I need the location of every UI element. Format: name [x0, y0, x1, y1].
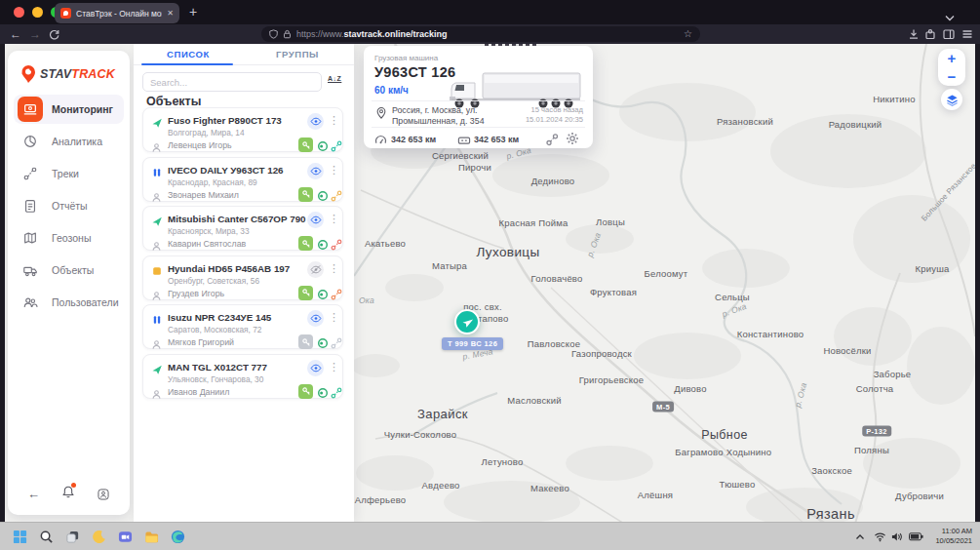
visibility-toggle[interactable]	[307, 163, 324, 179]
visibility-toggle[interactable]	[307, 360, 324, 376]
tab-groups[interactable]: ГРУППЫ	[243, 44, 352, 65]
connection-icon[interactable]	[331, 138, 342, 156]
visibility-toggle[interactable]	[307, 261, 324, 278]
ignition-key-icon[interactable]	[298, 334, 313, 349]
shield-icon[interactable]	[269, 29, 278, 39]
visibility-toggle[interactable]	[307, 310, 324, 327]
card-menu-icon[interactable]: ⋮	[329, 163, 339, 177]
ignition-key-icon[interactable]	[298, 384, 313, 399]
share-route-icon[interactable]	[545, 133, 559, 150]
sidebar-toggle-icon[interactable]	[943, 24, 955, 44]
search-input[interactable]	[142, 72, 322, 92]
driver-name: Груздев Игорь	[168, 289, 224, 298]
ignition-key-icon[interactable]	[298, 236, 313, 251]
tab-close-icon[interactable]: ✕	[167, 9, 174, 18]
panel-tabs: СПИСОК ГРУППЫ	[134, 44, 354, 65]
moon-icon[interactable]	[91, 529, 107, 545]
zoom-out-button[interactable]: −	[938, 67, 965, 86]
tab-title: СтавТрэк - Онлайн мониторин	[76, 9, 162, 19]
file-explorer-icon[interactable]	[143, 529, 160, 545]
zoom-in-button[interactable]: +	[938, 49, 965, 67]
collapse-back-icon[interactable]: ←	[27, 487, 40, 501]
vehicle-card[interactable]: Hyundai HD65 Р456АВ 197⋮Оренбург, Советс…	[142, 255, 343, 300]
location-pin-icon	[375, 106, 387, 124]
forward-icon[interactable]: →	[29, 24, 41, 44]
url-bar[interactable]: https://www.stavtrack.online/tracking ☆	[261, 26, 700, 42]
driver-name: Мягков Григорий	[168, 337, 234, 347]
sidebar-item-reports[interactable]: Отчёты	[14, 191, 124, 220]
sidebar-item-geozones[interactable]: Геозоны	[14, 223, 124, 253]
volume-icon[interactable]	[890, 529, 904, 545]
sidebar-item-monitoring[interactable]: Мониторинг	[14, 95, 124, 124]
ignition-key-icon[interactable]	[298, 187, 313, 202]
menu-hamburger-icon[interactable]	[961, 24, 973, 44]
sidebar-item-label: Треки	[52, 168, 79, 179]
vehicle-card[interactable]: Isuzu NPR С234УЕ 145⋮Саратов, Московская…	[142, 304, 343, 349]
sensor-status-icon[interactable]	[317, 138, 329, 156]
task-view-icon[interactable]	[64, 529, 81, 545]
start-button-icon[interactable]	[12, 529, 28, 545]
sensor-status-icon[interactable]	[317, 385, 329, 403]
tabs-dropdown-icon[interactable]	[945, 8, 955, 25]
sidebar-item-analytics[interactable]: Аналитика	[14, 127, 124, 156]
geozones-map-icon	[18, 225, 43, 251]
card-menu-icon[interactable]: ⋮	[329, 360, 339, 374]
tray-clock[interactable]: 11:00 AM 10/05/2021	[935, 527, 972, 546]
sensor-status-icon[interactable]	[317, 188, 329, 206]
connection-icon[interactable]	[331, 188, 342, 206]
sort-az-button[interactable]: A↓Z	[328, 75, 341, 82]
vehicle-status-icon	[151, 214, 163, 231]
vehicle-address-line2: Промышленная, д. 354	[392, 116, 485, 126]
back-icon[interactable]: ←	[10, 24, 21, 44]
ignition-key-icon[interactable]	[298, 138, 313, 152]
search-icon[interactable]	[38, 529, 55, 545]
account-icon[interactable]	[97, 488, 110, 501]
vehicle-card[interactable]: MAN TGL Х012СТ 777⋮Ульяновск, Гончарова,…	[142, 354, 343, 399]
browser-tab[interactable]: СтавТрэк - Онлайн мониторин ✕	[55, 3, 179, 23]
connection-icon[interactable]	[331, 237, 342, 255]
vehicle-card[interactable]: Mitsubishi Canter С567ОР 790⋮Красноярск,…	[142, 206, 343, 251]
sidebar-item-users[interactable]: Пользователи	[14, 288, 124, 317]
sensor-status-icon[interactable]	[317, 237, 329, 255]
card-menu-icon[interactable]: ⋮	[329, 212, 339, 226]
visibility-toggle[interactable]	[307, 113, 324, 130]
vehicle-card[interactable]: IVECO DAILY У963СТ 126⋮Краснодар, Красна…	[142, 157, 343, 202]
battery-icon[interactable]	[908, 529, 923, 545]
card-menu-icon[interactable]: ⋮	[329, 261, 339, 276]
new-tab-button[interactable]: +	[189, 2, 197, 21]
vehicle-card[interactable]: Fuso Fighter Р890СТ 173⋮Волгоград, Мира,…	[142, 107, 343, 152]
connection-icon[interactable]	[331, 287, 342, 304]
sensor-status-icon[interactable]	[317, 335, 329, 353]
navigation-arrow-icon	[461, 316, 474, 329]
card-menu-icon[interactable]: ⋮	[329, 310, 339, 325]
window-close-button[interactable]	[14, 7, 24, 18]
tab-list[interactable]: СПИСОК	[134, 44, 243, 65]
edge-browser-icon[interactable]	[170, 529, 186, 545]
teams-chat-icon[interactable]	[117, 529, 134, 545]
sidebar-item-objects[interactable]: Объекты	[14, 255, 124, 285]
settings-gear-icon[interactable]	[566, 132, 579, 149]
connection-icon[interactable]	[331, 385, 342, 403]
vehicle-marker[interactable]	[454, 309, 480, 334]
connection-icon[interactable]	[331, 335, 342, 353]
sidebar-item-tracks[interactable]: Треки	[14, 159, 124, 188]
vehicle-name: Isuzu NPR С234УЕ 145	[168, 312, 271, 323]
notification-dot	[71, 483, 76, 488]
lock-icon[interactable]	[283, 29, 292, 39]
bookmark-star-icon[interactable]: ☆	[684, 26, 692, 42]
card-menu-icon[interactable]: ⋮	[329, 113, 339, 128]
download-icon[interactable]	[908, 24, 920, 44]
reload-icon[interactable]	[49, 24, 59, 44]
notifications-bell-icon[interactable]	[61, 485, 75, 503]
vehicle-address: Ульяновск, Гончарова, 30	[168, 374, 263, 384]
vehicle-name: IVECO DAILY У963СТ 126	[168, 165, 284, 176]
map-layers-button[interactable]	[941, 89, 962, 110]
window-minimize-button[interactable]	[32, 7, 43, 18]
ignition-key-icon[interactable]	[298, 286, 313, 300]
sensor-status-icon[interactable]	[317, 287, 329, 304]
visibility-toggle[interactable]	[307, 212, 324, 228]
wifi-icon[interactable]	[873, 529, 886, 545]
tray-chevron-icon[interactable]	[854, 529, 866, 545]
marker-plate-badge[interactable]: Т 999 ВС 126	[442, 337, 503, 350]
extensions-icon[interactable]	[924, 24, 936, 44]
